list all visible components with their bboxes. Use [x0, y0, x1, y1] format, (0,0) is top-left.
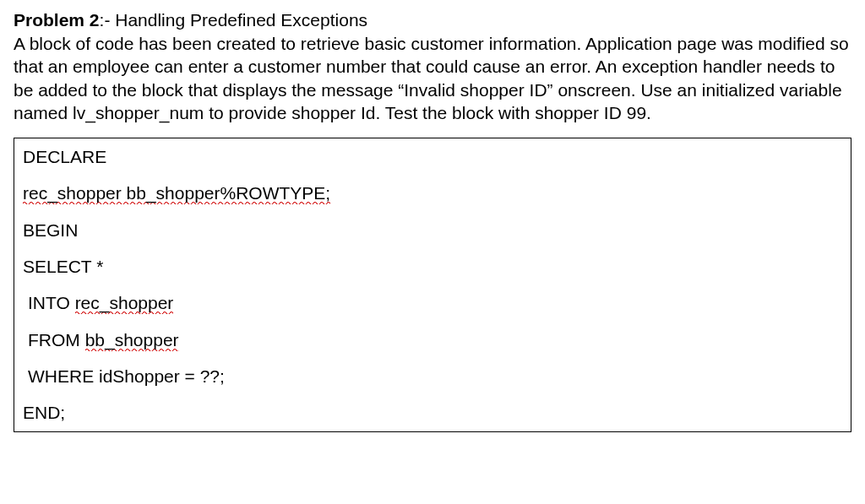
- code-line: rec_shopper bb_shopper%ROWTYPE;: [23, 182, 842, 204]
- code-segment: WHERE idShopper = ??;: [28, 366, 225, 386]
- code-line: INTO rec_shopper: [23, 291, 842, 314]
- problem-subtitle: Handling Predefined Exceptions: [115, 10, 367, 30]
- code-segment: INTO: [28, 293, 75, 312]
- code-line: SELECT *: [23, 255, 842, 278]
- code-segment: rec_shopper: [75, 293, 174, 314]
- code-line: FROM bb_shopper: [23, 328, 842, 351]
- code-segment: bb_shopper: [85, 330, 179, 351]
- code-box: DECLARErec_shopper bb_shopper%ROWTYPE;BE…: [14, 138, 851, 431]
- code-line: DECLARE: [23, 145, 842, 168]
- problem-body: A block of code has been created to retr…: [14, 32, 851, 124]
- code-segment: END;: [23, 403, 65, 422]
- problem-separator: :-: [100, 10, 116, 30]
- code-line: WHERE idShopper = ??;: [23, 365, 842, 387]
- code-segment: rec_shopper bb_shopper%ROWTYPE;: [23, 183, 330, 204]
- code-segment: SELECT *: [23, 257, 103, 276]
- code-line: BEGIN: [23, 219, 842, 241]
- code-line: END;: [23, 401, 842, 424]
- problem-title: Problem 2: [14, 10, 100, 30]
- code-segment: DECLARE: [23, 147, 106, 166]
- problem-header: Problem 2:- Handling Predefined Exceptio…: [14, 10, 851, 30]
- code-segment: FROM: [28, 330, 85, 350]
- code-segment: BEGIN: [23, 220, 78, 240]
